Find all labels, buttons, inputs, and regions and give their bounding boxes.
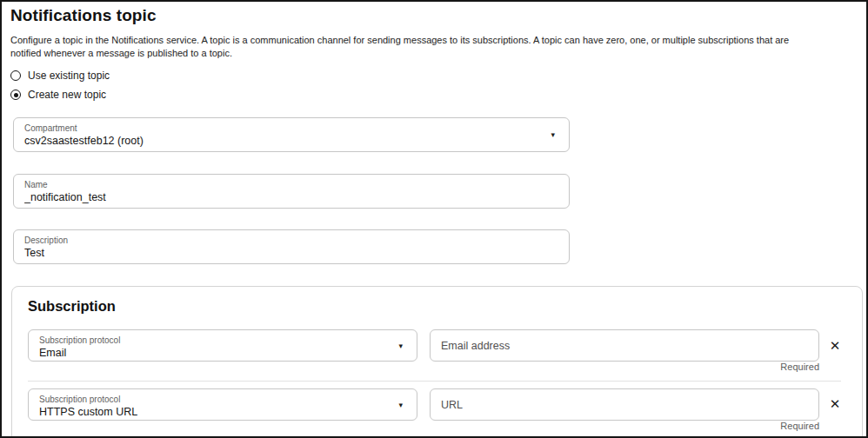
name-label: Name — [24, 179, 539, 190]
description-input[interactable] — [24, 246, 539, 260]
url-field[interactable] — [430, 388, 819, 421]
chevron-down-icon: ▾ — [398, 401, 403, 408]
close-icon: ✕ — [830, 396, 841, 412]
remove-subscription-button-1[interactable]: ✕ — [824, 335, 846, 357]
compartment-label: Compartment — [24, 123, 539, 134]
subscription-protocol-select-2[interactable]: Subscription protocol HTTPS custom URL ▾ — [28, 388, 417, 421]
subscription-row-divider — [28, 381, 841, 382]
subscription-heading: Subscription — [28, 298, 116, 315]
chevron-down-icon: ▾ — [398, 342, 403, 349]
radio-label: Create new topic — [28, 89, 106, 101]
page-title: Notifications topic — [10, 6, 157, 25]
email-address-field[interactable] — [430, 329, 819, 362]
subscription-protocol-value: Email — [39, 346, 387, 360]
radio-label: Use existing topic — [28, 70, 110, 82]
compartment-value: csv2saastestfeb12 (root) — [24, 134, 539, 148]
radio-circle-icon — [10, 70, 21, 81]
subscription-protocol-label: Subscription protocol — [39, 394, 387, 405]
notifications-topic-panel: Notifications topic Configure a topic in… — [0, 0, 868, 438]
radio-circle-selected-icon — [10, 90, 21, 100]
page-description: Configure a topic in the Notifications s… — [10, 34, 811, 60]
email-address-input[interactable] — [431, 330, 818, 361]
compartment-select[interactable]: Compartment csv2saastestfeb12 (root) ▾ — [13, 117, 570, 152]
name-input[interactable] — [24, 190, 539, 204]
description-label: Description — [24, 235, 539, 246]
chevron-down-icon: ▾ — [551, 131, 555, 139]
close-icon: ✕ — [830, 338, 841, 354]
radio-use-existing-topic[interactable]: Use existing topic — [10, 70, 110, 82]
subscription-protocol-value: HTTPS custom URL — [39, 405, 387, 419]
description-field[interactable]: Description — [13, 229, 570, 264]
name-field[interactable]: Name — [13, 174, 570, 209]
remove-subscription-button-2[interactable]: ✕ — [824, 393, 846, 415]
required-label: Required — [430, 362, 819, 372]
required-label: Required — [430, 421, 819, 431]
subscription-protocol-label: Subscription protocol — [39, 335, 387, 346]
radio-create-new-topic[interactable]: Create new topic — [10, 89, 106, 101]
url-input[interactable] — [431, 389, 818, 420]
subscription-protocol-select-1[interactable]: Subscription protocol Email ▾ — [28, 329, 417, 362]
